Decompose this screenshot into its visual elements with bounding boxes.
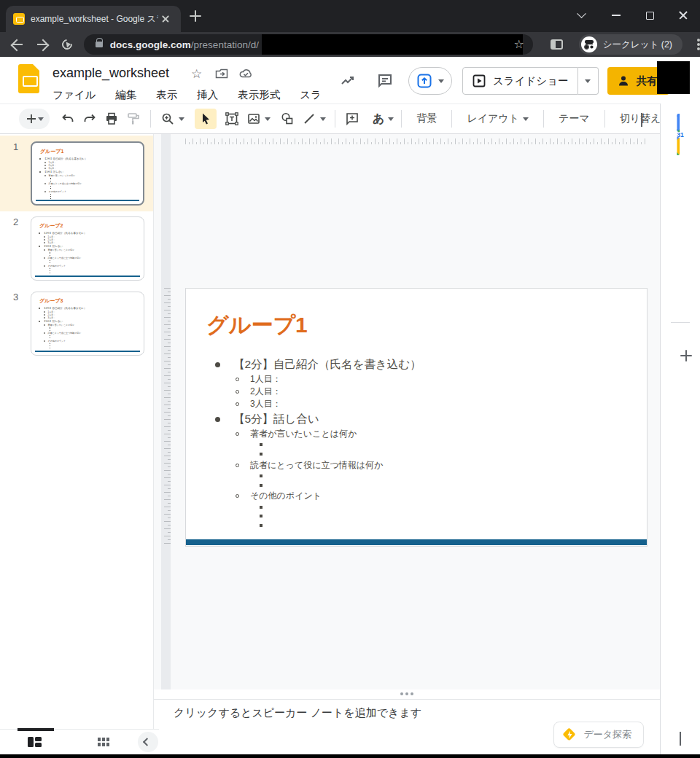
hide-menus-button[interactable] <box>641 114 651 122</box>
bullet-text: 2人目： <box>250 386 281 398</box>
slide-canvas-area: グループ1 【2分】自己紹介（氏名を書き込む）1人目：2人目：3人目：【5分】話… <box>153 134 660 689</box>
slideshow-options-button[interactable] <box>578 67 599 95</box>
close-icon <box>677 9 689 21</box>
maximize-button[interactable] <box>639 6 661 25</box>
app-header: example_worksheet ☆ ファイル 編集 表示 挿入 表示形式 ス… <box>0 57 700 103</box>
background-button[interactable]: 背景 <box>408 112 446 125</box>
expand-panel-button[interactable] <box>680 733 681 746</box>
bullet-item[interactable] <box>186 480 647 490</box>
document-title[interactable]: example_worksheet <box>52 66 169 81</box>
collapse-filmstrip-button[interactable] <box>138 732 158 752</box>
tab-search-button[interactable] <box>570 6 592 25</box>
textbox-button[interactable] <box>221 109 243 129</box>
move-folder-button[interactable] <box>214 66 229 81</box>
bullet-item[interactable]: 1人目： <box>186 373 647 386</box>
close-button[interactable] <box>672 6 694 25</box>
menu-view[interactable]: 表示 <box>156 86 177 103</box>
browser-menu-button[interactable] <box>697 43 700 46</box>
undo-button[interactable] <box>57 109 79 129</box>
chevron-down-icon <box>438 79 444 86</box>
comment-add-button[interactable] <box>341 109 363 129</box>
slide-thumbnail-2[interactable]: 2 グループ2 【2分】自己紹介（氏名を書き込む）1人目：2人目：3人目：【5分… <box>0 211 153 286</box>
print-button[interactable] <box>101 109 122 129</box>
zoom-tool-button[interactable] <box>157 109 179 129</box>
bullet-item[interactable] <box>186 512 647 521</box>
slides-logo-icon[interactable] <box>18 64 39 93</box>
slide-title[interactable]: グループ1 <box>186 289 647 337</box>
bullet-item[interactable]: 3人目： <box>186 398 647 410</box>
activity-button[interactable] <box>339 72 357 90</box>
reload-button[interactable] <box>60 37 74 52</box>
slideshow-button[interactable]: スライドショー <box>462 67 578 95</box>
bullet-item <box>31 272 142 274</box>
bullet-marker <box>44 314 45 316</box>
chevron-down-icon[interactable] <box>265 117 271 124</box>
theme-button[interactable]: テーマ <box>550 112 599 125</box>
incognito-badge[interactable]: シークレット (2) <box>579 34 682 55</box>
forward-button[interactable] <box>35 37 50 52</box>
avatar[interactable] <box>657 61 690 94</box>
layout-button[interactable]: レイアウト <box>458 112 537 125</box>
bullet-item[interactable]: 2人目： <box>186 386 647 398</box>
calendar-day-label: 31 <box>677 130 683 140</box>
notes-drag-handle[interactable] <box>405 692 408 695</box>
chevron-down-icon[interactable] <box>388 117 394 124</box>
menu-file[interactable]: ファイル <box>52 86 96 103</box>
bullet-text: 読者にとって役に立つ情報は何か <box>250 459 383 472</box>
star-document-button[interactable]: ☆ <box>191 66 206 81</box>
comments-button[interactable] <box>376 72 394 90</box>
address-bar[interactable]: docs.google.com /presentation/d/ ☆ <box>84 34 533 55</box>
bullet-marker <box>44 162 46 163</box>
bullet-item[interactable] <box>186 502 647 512</box>
slide-body[interactable]: 【2分】自己紹介（氏名を書き込む）1人目：2人目：3人目：【5分】話し合い著者が… <box>186 356 647 531</box>
bullet-item[interactable] <box>186 472 647 481</box>
image-button[interactable] <box>243 109 265 129</box>
cloud-status-icon[interactable] <box>238 66 253 81</box>
new-tab-button[interactable] <box>190 10 201 22</box>
slide-thumbnail-3[interactable]: 3 グループ3 【2分】自己紹介（氏名を書き込む）1人目：2人目：3人目：【5分… <box>0 286 153 362</box>
mini-slide-accent-bar <box>36 200 139 202</box>
bullet-item[interactable] <box>186 450 647 459</box>
bullet-marker <box>39 321 40 322</box>
slide-page[interactable]: グループ1 【2分】自己紹介（氏名を書き込む）1人目：2人目：3人目：【5分】話… <box>185 288 648 547</box>
browser-tab-bar: example_worksheet - Google スラ <box>0 0 700 32</box>
paint-format-button[interactable] <box>122 109 144 129</box>
grid-view-button[interactable] <box>98 738 109 746</box>
bullet-item[interactable]: 著者が言いたいことは何か <box>186 428 647 440</box>
browser-tab[interactable]: example_worksheet - Google スラ <box>6 6 181 32</box>
bullet-item[interactable]: 読者にとって役に立つ情報は何か <box>186 459 647 472</box>
bullet-text: 【5分】話し合い <box>44 171 63 173</box>
menu-insert[interactable]: 挿入 <box>197 86 218 103</box>
bullet-item[interactable]: その他のポイント <box>186 490 647 502</box>
bullet-item[interactable] <box>186 440 647 450</box>
bullet-item[interactable]: 【5分】話し合い <box>186 410 647 428</box>
browser-toolbar: docs.google.com /presentation/d/ ☆ シークレッ… <box>0 32 700 57</box>
shape-button[interactable] <box>276 109 298 129</box>
bullet-item[interactable] <box>186 521 647 531</box>
line-button[interactable] <box>298 109 320 129</box>
menu-slide[interactable]: スライド <box>300 86 321 103</box>
menu-edit[interactable]: 編集 <box>115 86 136 103</box>
bullet-marker <box>39 308 40 309</box>
calendar-button[interactable]: 31 <box>677 117 683 153</box>
bookmark-star-button[interactable]: ☆ <box>513 38 526 51</box>
speaker-notes-input[interactable]: クリックするとスピーカー ノートを追加できます <box>174 706 421 720</box>
side-panel-button[interactable] <box>551 39 563 50</box>
font-tool-button[interactable]: あ <box>369 109 388 129</box>
select-tool-button[interactable] <box>195 109 217 129</box>
slide-thumbnail-1[interactable]: 1 グループ1 【2分】自己紹介（氏名を書き込む）1人目：2人目：3人目：【5分… <box>0 136 153 211</box>
bullet-marker <box>44 340 45 342</box>
bullet-item[interactable]: 【2分】自己紹介（氏名を書き込む） <box>186 356 647 373</box>
back-button[interactable] <box>10 37 25 52</box>
filmstrip-view-button[interactable] <box>28 737 42 747</box>
redo-button[interactable] <box>79 109 101 129</box>
chevron-down-icon[interactable] <box>320 117 326 124</box>
explore-button[interactable]: データ探索 <box>553 722 644 748</box>
chevron-down-icon[interactable] <box>179 117 184 124</box>
minimize-button[interactable] <box>605 6 627 25</box>
bullet-marker <box>50 345 50 346</box>
menu-format[interactable]: 表示形式 <box>238 86 280 103</box>
present-button[interactable] <box>408 67 452 95</box>
tab-close-icon[interactable] <box>160 13 171 25</box>
new-slide-button[interactable] <box>19 109 50 129</box>
